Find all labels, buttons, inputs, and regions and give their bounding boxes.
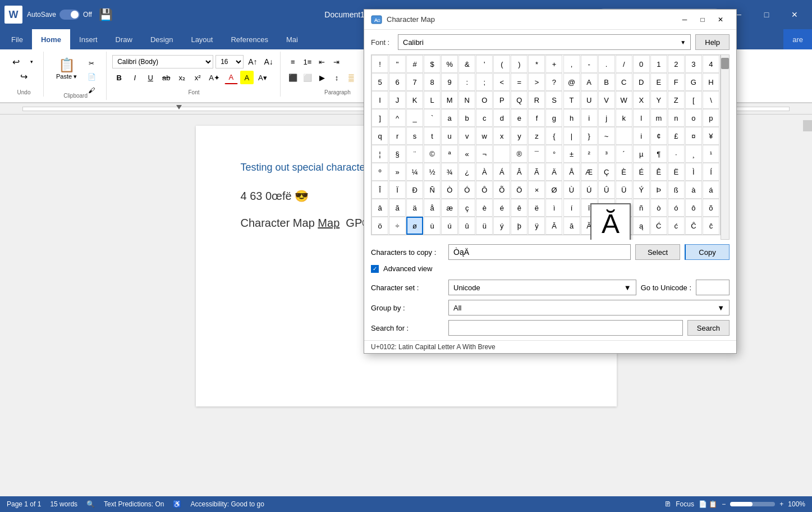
select-button[interactable]: Select <box>635 244 680 260</box>
char-cell[interactable]: í <box>563 199 580 217</box>
char-cell[interactable]: 0 <box>633 55 650 73</box>
char-cell[interactable]: Ò <box>441 181 458 199</box>
char-cell[interactable]: Û <box>598 181 615 199</box>
char-cell[interactable]: ÷ <box>389 217 406 235</box>
char-cell[interactable]: $ <box>424 55 441 73</box>
align-left-button[interactable]: ⬛ <box>286 71 300 84</box>
char-cell[interactable]: Í <box>703 163 719 181</box>
indent-decrease-button[interactable]: ⇤ <box>315 55 329 68</box>
font-size-select[interactable]: 16 <box>215 55 244 68</box>
char-cell[interactable]: Ï <box>389 181 406 199</box>
bullets-button[interactable]: ≡ <box>286 55 300 68</box>
char-cell[interactable]: [ <box>685 91 702 109</box>
char-cell[interactable]: ¨ <box>406 145 423 163</box>
char-cell[interactable]: C <box>616 73 632 91</box>
char-cell[interactable]: @ <box>563 73 580 91</box>
char-cell[interactable]: ì <box>545 199 562 217</box>
font-dropdown[interactable]: Calibri ▼ <box>398 34 691 50</box>
zoom-out-button[interactable]: − <box>722 500 726 508</box>
char-cell[interactable]: " <box>389 55 406 73</box>
char-cell[interactable]: Ø <box>545 181 562 199</box>
char-cell[interactable]: l <box>633 109 650 127</box>
char-cell[interactable]: { <box>545 127 562 145</box>
char-cell[interactable]: I <box>371 91 388 109</box>
char-cell[interactable]: ) <box>511 55 527 73</box>
char-cell[interactable]: W <box>616 91 632 109</box>
char-cell[interactable]: # <box>406 55 423 73</box>
char-cell[interactable]: F <box>668 73 685 91</box>
zoom-slider[interactable] <box>730 502 775 506</box>
char-cell[interactable]: © <box>424 145 441 163</box>
char-cell[interactable]: ë <box>528 199 545 217</box>
char-cell[interactable]: 1 <box>650 55 667 73</box>
char-cell[interactable]: X <box>633 91 650 109</box>
char-cell[interactable]: B <box>598 73 615 91</box>
char-cell[interactable]: ¶ <box>650 145 667 163</box>
char-cell[interactable]: ā <box>563 217 580 235</box>
dialog-maximize-button[interactable]: □ <box>694 13 712 26</box>
char-cell[interactable]: « <box>458 145 475 163</box>
superscript-button[interactable]: x² <box>191 71 204 84</box>
char-cell[interactable]: 2 <box>668 55 685 73</box>
char-cell[interactable]: ¦ <box>371 145 388 163</box>
char-cell[interactable]: M <box>441 91 458 109</box>
char-cell[interactable]: t <box>424 127 441 145</box>
char-cell[interactable]: Y <box>650 91 667 109</box>
char-cell[interactable]: N <box>458 91 475 109</box>
char-cell[interactable]: º <box>371 163 388 181</box>
char-cell[interactable]: ¼ <box>406 163 423 181</box>
char-cell[interactable]: \ <box>703 91 719 109</box>
char-cell[interactable]: r <box>389 127 406 145</box>
char-cell[interactable]: ³ <box>598 145 615 163</box>
share-button[interactable]: are <box>783 29 812 49</box>
char-cell[interactable]: > <box>528 73 545 91</box>
numbering-button[interactable]: 1≡ <box>301 55 314 68</box>
char-cell[interactable]: ç <box>458 199 475 217</box>
char-cell[interactable]: | <box>563 127 580 145</box>
maximize-button[interactable]: □ <box>754 6 779 24</box>
search-for-input[interactable] <box>448 320 683 336</box>
strikethrough-button[interactable]: ab <box>159 71 173 84</box>
char-cell[interactable]: á <box>703 181 719 199</box>
align-center-button[interactable]: ⬜ <box>301 71 314 84</box>
char-cell[interactable]: ü <box>476 217 493 235</box>
char-cell[interactable]: ą <box>633 217 650 235</box>
paste-button[interactable]: 📋 Paste ▾ <box>52 55 81 97</box>
goto-unicode-input[interactable] <box>696 280 730 295</box>
tab-mailings[interactable]: Mai <box>277 29 307 49</box>
char-cell[interactable]: ª <box>441 145 458 163</box>
char-cell[interactable]: c <box>476 109 493 127</box>
char-cell[interactable]: ° <box>545 145 562 163</box>
underline-button[interactable]: U <box>144 71 157 84</box>
char-cell[interactable]: Ĉ <box>685 217 702 235</box>
char-cell[interactable]: 9 <box>441 73 458 91</box>
char-cell[interactable]: k <box>616 109 632 127</box>
char-cell[interactable]: : <box>458 73 475 91</box>
char-cell[interactable]: V <box>598 91 615 109</box>
char-cell[interactable]: 8 <box>424 73 441 91</box>
char-cell[interactable]: ó <box>668 199 685 217</box>
char-cell[interactable]: y <box>511 127 527 145</box>
char-cell[interactable]: ~ <box>598 127 615 145</box>
char-cell[interactable]: þ <box>511 217 527 235</box>
line-spacing-button[interactable]: ↕ <box>330 71 343 84</box>
char-cell[interactable]: b <box>458 109 475 127</box>
subscript-button[interactable]: x₂ <box>175 71 189 84</box>
char-cell[interactable]: - <box>581 55 598 73</box>
char-cell[interactable]: ø <box>406 217 423 235</box>
char-cell[interactable]: P <box>493 91 510 109</box>
char-cell[interactable]: A <box>581 73 598 91</box>
undo-arrow[interactable]: ▾ <box>25 55 38 68</box>
char-cell[interactable]: Þ <box>650 181 667 199</box>
italic-button[interactable]: I <box>128 71 141 84</box>
text-color-button[interactable]: A <box>224 71 238 84</box>
copy-clipboard-button[interactable]: 📄 <box>84 71 99 83</box>
char-cell[interactable]: f <box>528 109 545 127</box>
char-cell[interactable]: Ñ <box>424 181 441 199</box>
char-cell[interactable]: e <box>511 109 527 127</box>
char-cell[interactable]: / <box>616 55 632 73</box>
redo-button[interactable]: ↪ <box>17 70 30 83</box>
char-cell[interactable]: Ö <box>511 181 527 199</box>
char-cell[interactable]: Î <box>371 181 388 199</box>
word-scrollbar[interactable] <box>803 115 812 496</box>
